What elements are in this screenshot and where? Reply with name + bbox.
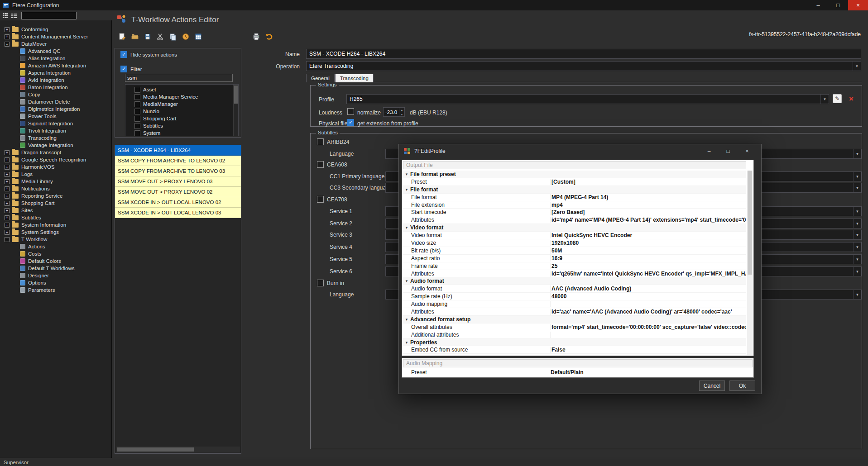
sidebar-item-system-settings[interactable]: +System Settings — [0, 228, 111, 236]
sidebar-item-tivoli-integration[interactable]: Tivoli Integration — [0, 127, 111, 134]
sidebar-item-copy[interactable]: Copy — [0, 91, 111, 98]
delete-profile-button[interactable]: × — [847, 95, 856, 104]
sidebar-item-google-speech-recognition[interactable]: +Google Speech Recognition — [0, 156, 111, 163]
sidebar-item-signiant-integration[interactable]: Signiant Integration — [0, 120, 111, 127]
tree-expander-icon[interactable]: + — [5, 223, 10, 228]
sidebar-item-dragon-transcript[interactable]: +Dragon transcript — [0, 149, 111, 156]
sidebar-item-harmonicvos[interactable]: +HarmonicVOS — [0, 163, 111, 171]
grid-prop-preset[interactable]: Preset[Custom] — [403, 178, 746, 186]
grid-category-file-format-preset[interactable]: ▾File format preset — [403, 171, 746, 178]
hide-system-actions-checkbox[interactable] — [120, 51, 127, 58]
sidebar-item-content-management-server[interactable]: +Content Management Server — [0, 33, 111, 40]
dialog-minimize-button[interactable]: – — [700, 148, 719, 154]
tree-expander-icon[interactable]: + — [5, 179, 10, 184]
spin-down-icon[interactable]: ▾ — [399, 112, 404, 117]
tree-expander-icon[interactable]: + — [5, 186, 10, 191]
sidebar-item-options[interactable]: Options — [0, 279, 111, 286]
sidebar-item-reporting-service[interactable]: +Reporting Service — [0, 192, 111, 200]
category-item-subtitles[interactable]: Subtitles — [125, 122, 233, 129]
cancel-button[interactable]: Cancel — [699, 380, 725, 391]
grid-prop-aspect-ratio[interactable]: Aspect ratio16:9 — [403, 255, 746, 262]
dropdown-arrow-icon[interactable]: ▼ — [853, 255, 861, 264]
sidebar-item-default-colors[interactable]: Default Colors — [0, 257, 111, 265]
name-input[interactable]: SSM - XCODE H264 - LIBX264 — [306, 49, 861, 59]
action-item[interactable]: SSM - XCODE H264 - LIBX264 — [115, 145, 241, 156]
dropdown-arrow-icon[interactable]: ▼ — [853, 207, 861, 216]
category-item-shopping-cart[interactable]: Shopping Cart — [125, 115, 233, 122]
burn-in-checkbox[interactable] — [317, 280, 324, 286]
sidebar-item-actions[interactable]: Actions — [0, 243, 111, 250]
sidebar-item-notifications[interactable]: +Notifications — [0, 185, 111, 192]
profile-combo[interactable]: H265 ▼ — [346, 94, 829, 104]
sidebar-item-transcoding[interactable]: Transcoding — [0, 134, 111, 142]
grid-prop-file-extension[interactable]: File extensionmp4 — [403, 201, 746, 209]
sidebar-item-media-library[interactable]: +Media Library — [0, 178, 111, 185]
sidebar-item-alias-integration[interactable]: Alias Integration — [0, 55, 111, 62]
action-item[interactable]: SSM XCODE IN > OUT LOCAL LENOVO 02 — [115, 197, 241, 208]
tree-expander-icon[interactable]: - — [5, 237, 10, 242]
sidebar-item-advanced-qc[interactable]: Advanced QC — [0, 48, 111, 55]
category-item-nunzio[interactable]: Nunzio — [125, 108, 233, 115]
tree-expander-icon[interactable]: + — [5, 194, 10, 199]
category-item-media-manager-service[interactable]: Media Manager Service — [125, 93, 233, 100]
aribb24-checkbox[interactable] — [317, 138, 324, 145]
grid-prop-overall-attributes[interactable]: Overall attributesformat='mp4' start_tim… — [403, 323, 746, 331]
grid-prop-audio-format[interactable]: Audio formatAAC (Advanced Audio Coding) — [403, 285, 746, 293]
sidebar-item-sites[interactable]: +Sites — [0, 207, 111, 214]
category-item-asset[interactable]: Asset — [125, 86, 233, 93]
sidebar-item-system-information[interactable]: +System Information — [0, 221, 111, 228]
category-item-mediamanager[interactable]: MediaManager — [125, 100, 233, 108]
tree-expander-icon[interactable]: + — [5, 165, 10, 170]
grid-prop-start-timecode[interactable]: Start timecode[Zero Based] — [403, 209, 746, 216]
sidebar-item-avid-integration[interactable]: Avid Integration — [0, 76, 111, 84]
dropdown-arrow-icon[interactable]: ▼ — [820, 95, 829, 104]
grid-category-file-format[interactable]: ▾File format — [403, 186, 746, 194]
collapse-icon[interactable]: ▾ — [403, 187, 410, 192]
sidebar-item-logs[interactable]: +Logs — [0, 171, 111, 178]
grid-prop-embed-cc-from-source[interactable]: Embed CC from sourceFalse — [403, 346, 746, 354]
grid-prop-video-size[interactable]: Video size1920x1080 — [403, 239, 746, 247]
copy-icon[interactable] — [168, 32, 178, 42]
grid-prop-attributes[interactable]: Attributesid='q265hw' name='Intel QuickS… — [403, 270, 746, 278]
grid-prop-sample-rate-hz[interactable]: Sample rate (Hz)48000 — [403, 293, 746, 300]
minimize-button[interactable]: – — [808, 0, 828, 10]
view-toggle-list-icon[interactable] — [10, 12, 18, 19]
sidebar-item-aspera-integration[interactable]: Aspera Integration — [0, 69, 111, 76]
collapse-icon[interactable]: ▾ — [403, 340, 410, 345]
spin-up-icon[interactable]: ▴ — [399, 108, 404, 112]
dropdown-arrow-icon[interactable]: ▼ — [853, 243, 861, 252]
new-icon[interactable] — [117, 32, 127, 42]
action-item[interactable]: SSM MOVE OUT > PROXY LENOVO 03 — [115, 176, 241, 187]
grid-prop-file-format[interactable]: File formatMP4 (MPEG-4 Part 14) — [403, 194, 746, 201]
category-scrollbar[interactable] — [233, 85, 238, 136]
grid-prop-video-format[interactable]: Video formatIntel QuickSync HEVC Encoder — [403, 232, 746, 239]
grid-category-properties[interactable]: ▾Properties — [403, 339, 746, 347]
tree-expander-icon[interactable]: + — [5, 208, 10, 213]
operation-combo[interactable]: Etere Transcoding ▼ — [306, 61, 861, 71]
tree-expander-icon[interactable]: + — [5, 215, 10, 220]
scrollbar-thumb[interactable] — [234, 86, 238, 104]
filter-input[interactable] — [125, 74, 233, 82]
open-icon[interactable] — [130, 32, 140, 42]
collapse-icon[interactable]: ▾ — [403, 279, 410, 283]
tree-expander-icon[interactable]: + — [5, 172, 10, 177]
export-icon[interactable] — [193, 32, 203, 42]
sidebar-item-power-tools[interactable]: Power Tools — [0, 113, 111, 120]
cea608-checkbox[interactable] — [317, 161, 324, 168]
sidebar-item-amazon-aws-integration[interactable]: Amazon AWS Integration — [0, 62, 111, 69]
normalize-checkbox[interactable] — [347, 108, 354, 115]
grid-prop-frame-rate[interactable]: Frame rate25 — [403, 262, 746, 270]
tree-expander-icon[interactable]: + — [5, 34, 10, 39]
grid-category-advanced-format-setup[interactable]: ▾Advanced format setup — [403, 316, 746, 323]
action-item[interactable]: SSM XCODE IN > OUT LOCAL LENOVO 03 — [115, 208, 241, 218]
sidebar-item-designer[interactable]: Designer — [0, 272, 111, 279]
grid-prop-attributes[interactable]: Attributesid='mp4' name='MP4 (MPEG-4 Par… — [403, 216, 746, 224]
dropdown-arrow-icon[interactable]: ▼ — [853, 149, 861, 158]
action-hscrollbar[interactable] — [116, 447, 240, 452]
scrollbar-thumb[interactable] — [117, 447, 194, 452]
sidebar-item-t-workflow[interactable]: -T-Workflow — [0, 236, 111, 243]
grid-prop-bit-rate-b-s[interactable]: Bit rate (b/s)50M — [403, 247, 746, 255]
collapse-icon[interactable]: ▾ — [403, 172, 410, 176]
tree-expander-icon[interactable]: + — [5, 157, 10, 162]
dialog-scrollbar[interactable] — [747, 171, 753, 355]
